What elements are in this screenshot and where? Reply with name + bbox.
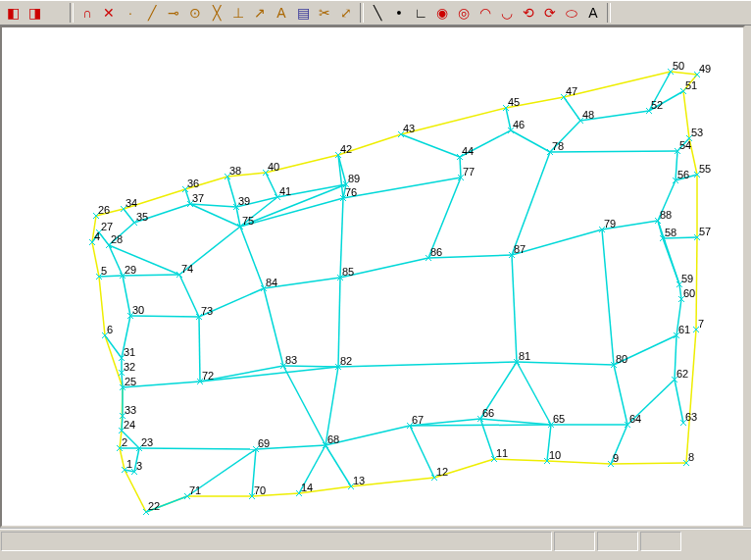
arc4-icon[interactable]: ⟳ xyxy=(539,2,561,24)
svg-line-20 xyxy=(434,459,494,478)
text-a-icon[interactable]: A xyxy=(271,2,292,24)
svg-line-32 xyxy=(92,242,99,277)
svg-line-18 xyxy=(547,461,611,464)
svg-line-40 xyxy=(343,178,461,198)
svg-line-89 xyxy=(428,178,461,258)
svg-line-10 xyxy=(671,72,697,75)
svg-line-124 xyxy=(99,276,123,277)
svg-line-41 xyxy=(460,157,461,178)
svg-line-35 xyxy=(134,204,190,223)
svg-line-62 xyxy=(675,380,683,423)
text-a2-icon[interactable]: A xyxy=(582,2,604,24)
svg-line-1 xyxy=(96,209,124,216)
svg-line-38 xyxy=(277,184,346,197)
svg-line-93 xyxy=(123,275,179,276)
flag2-icon[interactable]: ◨ xyxy=(24,2,45,24)
svg-line-109 xyxy=(146,496,187,512)
svg-line-78 xyxy=(325,367,338,445)
ellipse-icon[interactable]: ⬭ xyxy=(561,2,582,24)
svg-line-4 xyxy=(227,173,266,177)
svg-line-84 xyxy=(338,278,340,367)
svg-line-53 xyxy=(663,237,697,238)
tangent-icon[interactable]: ↗ xyxy=(249,2,271,24)
svg-line-71 xyxy=(480,419,551,425)
svg-line-65 xyxy=(611,425,627,464)
svg-line-15 xyxy=(696,237,697,330)
flag1-icon[interactable]: ◧ xyxy=(2,2,24,24)
svg-line-64 xyxy=(614,365,627,425)
svg-line-67 xyxy=(547,425,551,461)
delete-icon[interactable]: ✕ xyxy=(98,2,120,24)
svg-line-57 xyxy=(614,335,676,365)
svg-line-47 xyxy=(550,151,677,152)
svg-line-21 xyxy=(351,478,434,486)
drawing-canvas[interactable]: 1234567891011121314222324252627282930313… xyxy=(0,25,745,528)
extend-icon[interactable]: ⤢ xyxy=(335,2,357,24)
svg-line-31 xyxy=(99,277,105,335)
svg-line-105 xyxy=(139,448,256,449)
main-toolbar: ◧◨∩✕·╱⊸⊙╳⊥↗A▤✂⤢╲•∟◉◎◠◡⟲⟳⬭A xyxy=(0,0,751,25)
magnet-icon[interactable]: ∩ xyxy=(76,2,98,24)
mesh-svg xyxy=(2,27,743,526)
svg-line-74 xyxy=(410,426,434,478)
svg-line-51 xyxy=(658,180,676,221)
svg-line-70 xyxy=(480,362,517,419)
circle2-icon[interactable]: ◎ xyxy=(453,2,475,24)
svg-line-69 xyxy=(517,362,614,365)
intersect-icon[interactable]: ╳ xyxy=(206,2,227,24)
svg-line-2 xyxy=(124,189,185,209)
svg-line-100 xyxy=(123,382,200,387)
svg-line-79 xyxy=(283,366,338,367)
angle-icon[interactable]: ∟ xyxy=(410,2,431,24)
trim-icon[interactable]: ✂ xyxy=(314,2,335,24)
svg-line-49 xyxy=(676,151,677,180)
svg-line-55 xyxy=(512,229,602,255)
svg-line-17 xyxy=(611,463,686,464)
svg-line-58 xyxy=(676,299,681,335)
svg-line-63 xyxy=(627,380,675,425)
hatch-icon[interactable]: ▤ xyxy=(292,2,314,24)
svg-line-99 xyxy=(122,373,123,387)
svg-line-68 xyxy=(517,362,551,425)
svg-line-28 xyxy=(120,431,122,448)
point-icon[interactable]: · xyxy=(120,2,141,24)
svg-line-19 xyxy=(494,459,547,461)
svg-line-127 xyxy=(264,288,283,366)
svg-line-26 xyxy=(125,470,146,512)
svg-line-22 xyxy=(299,486,351,493)
status-cell-1 xyxy=(554,532,595,551)
svg-line-6 xyxy=(338,134,401,155)
arc3-icon[interactable]: ⟲ xyxy=(518,2,539,24)
arc2-icon[interactable]: ◡ xyxy=(496,2,518,24)
dot-icon[interactable]: • xyxy=(388,2,410,24)
svg-line-128 xyxy=(283,366,325,445)
svg-line-81 xyxy=(199,317,200,382)
line-icon[interactable]: ╲ xyxy=(367,2,388,24)
svg-line-9 xyxy=(564,72,671,97)
svg-line-95 xyxy=(130,316,199,317)
status-cell-2 xyxy=(597,532,638,551)
svg-line-82 xyxy=(199,288,264,317)
svg-line-126 xyxy=(338,362,517,367)
midpoint-icon[interactable]: ⊸ xyxy=(163,2,184,24)
svg-line-97 xyxy=(122,316,130,358)
svg-line-8 xyxy=(506,97,564,108)
svg-line-7 xyxy=(401,108,506,134)
segment-icon[interactable]: ╱ xyxy=(141,2,163,24)
svg-line-61 xyxy=(675,335,676,380)
svg-line-115 xyxy=(227,177,236,207)
svg-line-121 xyxy=(564,97,580,121)
circle1-icon[interactable]: ◉ xyxy=(431,2,453,24)
perp-icon[interactable]: ⊥ xyxy=(227,2,249,24)
arc1-icon[interactable]: ◠ xyxy=(475,2,496,24)
status-bar xyxy=(0,528,751,553)
svg-line-23 xyxy=(252,493,299,496)
center-icon[interactable]: ⊙ xyxy=(184,2,206,24)
svg-line-87 xyxy=(512,152,550,255)
svg-line-27 xyxy=(120,448,125,470)
svg-line-42 xyxy=(460,130,511,157)
blank-icon[interactable] xyxy=(45,2,67,24)
svg-line-131 xyxy=(240,184,346,227)
svg-line-94 xyxy=(123,276,130,316)
svg-line-56 xyxy=(602,229,614,365)
